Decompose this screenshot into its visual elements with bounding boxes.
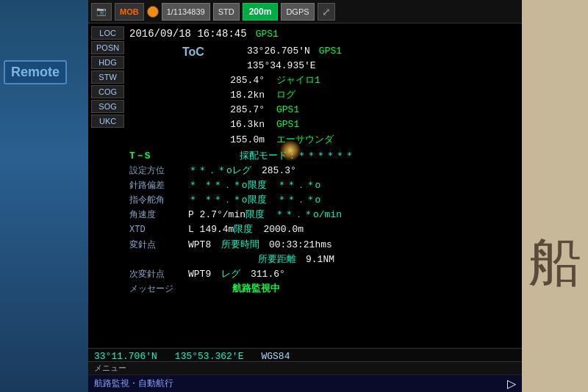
shinkohensa-value: ＊ ＊＊．＊o bbox=[188, 178, 248, 193]
settei-row: 設定方位 ＊＊．＊o レグ 285.3° bbox=[129, 164, 516, 178]
ukc-button[interactable]: UKC bbox=[91, 115, 124, 128]
stw-button[interactable]: STW bbox=[91, 70, 124, 84]
bottom-lon: 135°53.362'E bbox=[175, 351, 244, 362]
ukc-value: 155.0m bbox=[129, 133, 276, 148]
stw-source: ログ bbox=[276, 88, 295, 103]
play-icon[interactable]: ▷ bbox=[507, 377, 516, 391]
right-panel: 船 bbox=[522, 0, 588, 392]
camera-icon[interactable]: 📷 bbox=[91, 3, 112, 21]
limit1-label: 限度 bbox=[248, 178, 277, 193]
hdg-row: 285.4° ジャイロ1 bbox=[129, 73, 516, 88]
shoyo-kyori-value: 9.1NM bbox=[306, 253, 334, 267]
posn-button[interactable]: POSN bbox=[91, 41, 124, 54]
std-button[interactable]: STD bbox=[213, 3, 240, 21]
ts-haiseki-row: T－S 採配モード： ＊＊＊＊＊＊ bbox=[129, 149, 516, 164]
xtd-value: L 149.4m bbox=[188, 222, 234, 237]
kakusokudo-row: 角速度 P 2.7°/min 限度 ＊＊．＊o/min bbox=[129, 208, 516, 222]
shoyo-jikan-label: 所要時間 bbox=[221, 238, 269, 253]
limit2-label: 限度 bbox=[248, 193, 277, 208]
haiseki-label: 採配モード： bbox=[240, 149, 297, 164]
hdg-button[interactable]: HDG bbox=[91, 56, 124, 69]
loc-button[interactable]: LOC bbox=[91, 26, 124, 40]
bottom-lat: 33°11.706'N bbox=[94, 351, 157, 362]
shirei-row: 指令舵角 ＊ ＊＊．＊o 限度 ＊＊．＊o bbox=[129, 193, 516, 208]
sog-source: GPS1 bbox=[276, 117, 299, 132]
shoyo-jikan-value: 00:33:21hms bbox=[269, 238, 332, 253]
datetime-value: 2016/09/18 16:48:45 bbox=[129, 26, 247, 43]
data-area: 2016/09/18 16:48:45 GPS1 33°26.705'N GPS… bbox=[123, 23, 522, 348]
sog-button[interactable]: SOG bbox=[91, 100, 124, 113]
lon-value: 135°34.935'E bbox=[247, 59, 316, 73]
remote-label: Remote bbox=[4, 60, 67, 84]
ukc-row: 155.0m エーサウンダ bbox=[129, 133, 516, 148]
shinkohensa-row: 針路偏差 ＊ ＊＊．＊o 限度 ＊＊．＊o bbox=[129, 178, 516, 193]
hdg-source: ジャイロ1 bbox=[276, 73, 320, 88]
record-id: 1/1134839 bbox=[162, 3, 210, 21]
expand-icon[interactable]: ⤢ bbox=[318, 3, 335, 21]
limit4-value: 2000.0m bbox=[263, 222, 304, 237]
shinkohensa-label: 針路偏差 bbox=[129, 179, 188, 193]
kanshi-label: 航路監視中 bbox=[232, 282, 280, 297]
cog-source: GPS1 bbox=[276, 103, 299, 117]
cog-value: 285.7° bbox=[129, 103, 276, 117]
kakusokudo-value: P 2.7°/min bbox=[188, 208, 245, 222]
auto-nav-label: 航路監視・自動航行 bbox=[94, 377, 173, 390]
haiseki-value: ＊＊＊＊＊＊ bbox=[297, 149, 354, 164]
jisaiten-row: 次変針点 WPT9 レグ 311.6° bbox=[129, 267, 516, 282]
cog-row: 285.7° GPS1 bbox=[129, 103, 516, 117]
toolbar: 📷 MOB 1/1134839 STD 200m DGPS ⤢ bbox=[88, 0, 522, 23]
stw-value: 18.2kn bbox=[129, 88, 276, 103]
dgps-label: DGPS bbox=[281, 3, 314, 21]
datetime-row: 2016/09/18 16:48:45 GPS1 bbox=[129, 26, 516, 43]
jisaiten-wpt: WPT9 bbox=[188, 267, 221, 282]
ts-label: T－S bbox=[129, 149, 166, 164]
wgs-label: WGS84 bbox=[261, 351, 290, 362]
reg2-value: 311.6° bbox=[251, 267, 285, 282]
limit1-value: ＊＊．＊o bbox=[277, 178, 321, 193]
gps1-label-1: GPS1 bbox=[256, 27, 279, 42]
message-row: メッセージ 航路監視中 bbox=[129, 282, 516, 297]
henten-label: 変針点 bbox=[129, 239, 188, 253]
henten-row: 変針点 WPT8 所要時間 00:33:21hms bbox=[129, 238, 516, 253]
limit4-label: 限度 bbox=[234, 222, 263, 237]
limit3-value: ＊＊．＊o/min bbox=[275, 208, 342, 222]
lat-value: 33°26.705'N bbox=[247, 44, 310, 59]
reg2-label: レグ bbox=[221, 267, 251, 282]
left-map-panel: Remote bbox=[0, 0, 88, 392]
settei-value: ＊＊．＊o bbox=[188, 164, 232, 178]
range-button[interactable]: 200m bbox=[243, 3, 279, 21]
xtd-label: XTD bbox=[129, 223, 188, 237]
message-label: メッセージ bbox=[129, 283, 188, 297]
stw-row: 18.2kn ログ bbox=[129, 88, 516, 103]
settei-label: 設定方位 bbox=[129, 164, 188, 178]
shirei-label: 指令舵角 bbox=[129, 194, 188, 208]
shirei-value: ＊ ＊＊．＊o bbox=[188, 193, 248, 208]
limit3-label: 限度 bbox=[245, 208, 275, 222]
cog-button[interactable]: COG bbox=[91, 85, 124, 98]
orange-dot bbox=[147, 6, 159, 18]
lon-row: 135°34.935'E bbox=[129, 59, 516, 73]
reg1-value: 285.3° bbox=[262, 164, 296, 178]
xtd-row: XTD L 149.4m 限度 2000.0m bbox=[129, 222, 516, 237]
reg1-label: レグ bbox=[232, 164, 262, 178]
hdg-value: 285.4° bbox=[129, 73, 276, 88]
limit2-value: ＊＊．＊o bbox=[277, 193, 321, 208]
shoyo-kyori-row: 所要距離 9.1NM bbox=[129, 253, 516, 267]
shoyo-kyori-label: 所要距離 bbox=[258, 253, 306, 267]
henten-wpt: WPT8 bbox=[188, 238, 221, 253]
ukc-source: エーサウンダ bbox=[276, 133, 334, 148]
sog-row: 16.3kn GPS1 bbox=[129, 117, 516, 132]
sog-value: 16.3kn bbox=[129, 117, 276, 132]
lat-row: 33°26.705'N GPS1 bbox=[129, 44, 516, 59]
menu-label: メニュー bbox=[94, 363, 126, 374]
kakusokudo-label: 角速度 bbox=[129, 208, 188, 222]
main-screen: 📷 MOB 1/1134839 STD 200m DGPS ⤢ LOC POSN… bbox=[88, 0, 522, 392]
menu-bar: メニュー 航路監視・自動航行 ▷ bbox=[88, 361, 522, 392]
side-nav: LOC POSN HDG STW COG SOG UKC bbox=[88, 23, 127, 131]
map-background: Remote bbox=[0, 0, 88, 392]
mob-button[interactable]: MOB bbox=[115, 3, 144, 21]
jisaiten-label: 次変針点 bbox=[129, 268, 188, 282]
gps1-label-2: GPS1 bbox=[319, 44, 342, 59]
